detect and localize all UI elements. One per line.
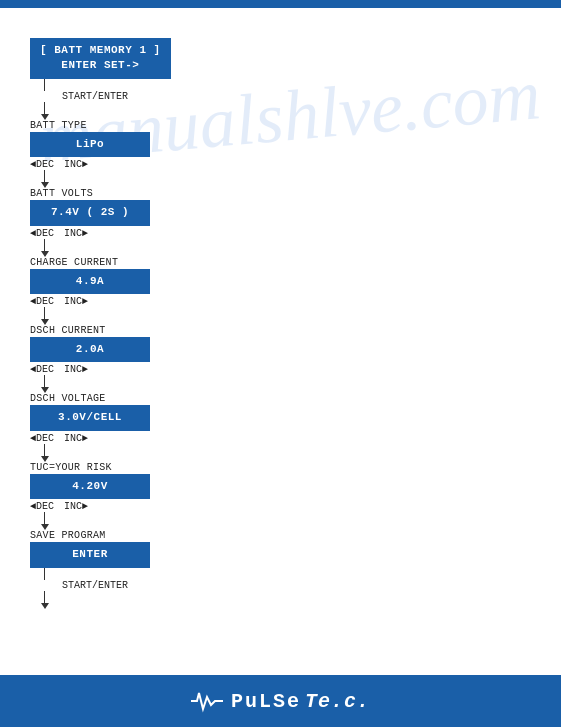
dsch-current-inc: INC► — [64, 364, 88, 375]
arrow-line — [44, 512, 45, 524]
dsch-current-box: 2.0A — [30, 337, 150, 362]
flow-diagram: [ BATT MEMORY 1 ] ENTER SET-> START/ENTE… — [30, 38, 531, 609]
arrow-line — [44, 79, 45, 91]
start-enter-2: START/ENTER — [62, 580, 128, 591]
arrow-after-step3 — [30, 239, 49, 257]
arrow-after-step7 — [30, 512, 49, 530]
charge-current-inc: INC► — [64, 296, 88, 307]
main-content: [ BATT MEMORY 1 ] ENTER SET-> START/ENTE… — [0, 8, 561, 669]
charge-current-dec-inc: ◄DEC INC► — [30, 296, 88, 307]
arrow-after-step2 — [30, 170, 49, 188]
batt-type-dec: ◄DEC — [30, 159, 54, 170]
tuc-dec-inc: ◄DEC INC► — [30, 501, 88, 512]
batt-volts-dec-inc: ◄DEC INC► — [30, 228, 88, 239]
arrow-line — [44, 307, 45, 319]
logo: PuLSeTe.c. — [191, 689, 370, 713]
arrow-after-step4 — [30, 307, 49, 325]
arrow-after-step8: START/ENTER — [30, 568, 128, 609]
batt-volts-inc: INC► — [64, 228, 88, 239]
charge-current-label: CHARGE CURRENT — [30, 257, 118, 268]
batt-memory-sublabel: ENTER SET-> — [61, 59, 139, 71]
dsch-voltage-dec: ◄DEC — [30, 433, 54, 444]
tuc-box: 4.20V — [30, 474, 150, 499]
save-program-sublabel: ENTER — [72, 548, 108, 560]
step6-wrapper: DSCH VOLTAGE 3.0V/CELL ◄DEC INC► — [30, 393, 150, 443]
tuc-dec: ◄DEC — [30, 501, 54, 512]
step8-wrapper: SAVE PROGRAM ENTER — [30, 530, 150, 567]
arrow-tip — [41, 603, 49, 609]
arrow-after-step1: START/ENTER — [30, 79, 128, 120]
tuc-inc: INC► — [64, 501, 88, 512]
logo-tec: Te.c. — [305, 690, 370, 713]
dsch-voltage-label: DSCH VOLTAGE — [30, 393, 106, 404]
step7-wrapper: TUC=YOUR RISK 4.20V ◄DEC INC► — [30, 462, 150, 512]
tuc-value: 4.20V — [72, 480, 108, 492]
arrow-after-step5 — [30, 375, 49, 393]
dsch-current-dec-inc: ◄DEC INC► — [30, 364, 88, 375]
arrow-line — [44, 591, 45, 603]
dsch-voltage-inc: INC► — [64, 433, 88, 444]
step1-wrapper: [ BATT MEMORY 1 ] ENTER SET-> — [30, 38, 171, 79]
batt-type-inc: INC► — [64, 159, 88, 170]
dsch-voltage-dec-inc: ◄DEC INC► — [30, 433, 88, 444]
charge-current-box: 4.9A — [30, 269, 150, 294]
arrow-line — [44, 170, 45, 182]
batt-volts-box: 7.4V ( 2S ) — [30, 200, 150, 225]
dsch-voltage-box: 3.0V/CELL — [30, 405, 150, 430]
step4-wrapper: CHARGE CURRENT 4.9A ◄DEC INC► — [30, 257, 150, 307]
arrow-line — [44, 375, 45, 387]
charge-current-dec: ◄DEC — [30, 296, 54, 307]
top-bar — [0, 0, 561, 8]
batt-memory-box: [ BATT MEMORY 1 ] ENTER SET-> — [30, 38, 171, 79]
pulse-waveform-icon — [191, 689, 223, 713]
batt-type-label: BATT TYPE — [30, 120, 87, 131]
batt-type-value: LiPo — [76, 138, 104, 150]
arrow-line — [44, 444, 45, 456]
arrow-line — [44, 568, 45, 580]
dsch-voltage-value: 3.0V/CELL — [58, 411, 122, 423]
dsch-current-label: DSCH CURRENT — [30, 325, 106, 336]
start-enter-1: START/ENTER — [62, 91, 128, 102]
save-program-box: ENTER — [30, 542, 150, 567]
logo-name: PuLSe — [231, 690, 301, 713]
bottom-bar: PuLSeTe.c. — [0, 675, 561, 727]
tuc-label: TUC=YOUR RISK — [30, 462, 112, 473]
batt-volts-dec: ◄DEC — [30, 228, 54, 239]
step2-wrapper: BATT TYPE LiPo ◄DEC INC► — [30, 120, 150, 170]
save-program-label: SAVE PROGRAM — [30, 530, 106, 541]
charge-current-value: 4.9A — [76, 275, 104, 287]
step5-wrapper: DSCH CURRENT 2.0A ◄DEC INC► — [30, 325, 150, 375]
arrow-line — [44, 102, 45, 114]
arrow-after-step6 — [30, 444, 49, 462]
arrow-line — [44, 239, 45, 251]
batt-type-dec-inc: ◄DEC INC► — [30, 159, 88, 170]
dsch-current-dec: ◄DEC — [30, 364, 54, 375]
batt-type-box: LiPo — [30, 132, 150, 157]
step3-wrapper: BATT VOLTS 7.4V ( 2S ) ◄DEC INC► — [30, 188, 150, 238]
batt-volts-label: BATT VOLTS — [30, 188, 93, 199]
batt-memory-label: [ BATT MEMORY 1 ] — [40, 44, 161, 56]
batt-volts-value: 7.4V ( 2S ) — [51, 206, 129, 218]
dsch-current-value: 2.0A — [76, 343, 104, 355]
